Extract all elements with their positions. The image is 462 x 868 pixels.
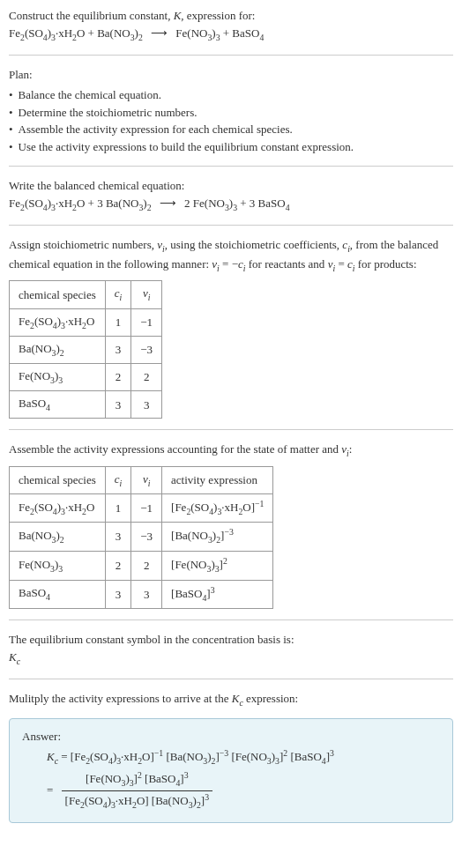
bullet-icon: • <box>9 138 13 156</box>
table-row: BaSO4 3 3 [BaSO4]3 <box>10 580 273 609</box>
cell-ci: 2 <box>105 552 131 581</box>
balanced-equation: Fe2(SO4)3·xH2O + 3 Ba(NO3)2 ⟶ 2 Fe(NO3)3… <box>9 195 453 214</box>
table-row: Fe2(SO4)3·xH2O 1 −1 <box>10 308 162 336</box>
multiply-section: Mulitply the activity expressions to arr… <box>9 690 453 709</box>
plan-section: Plan: •Balance the chemical equation. •D… <box>9 66 453 156</box>
cell-vi: 2 <box>131 364 162 391</box>
cell-vi: −1 <box>131 308 162 336</box>
col-ci: ci <box>105 466 131 493</box>
plan-item: •Use the activity expressions to build t… <box>9 138 453 156</box>
table-header-row: chemical species ci νi activity expressi… <box>10 466 273 493</box>
col-vi: νi <box>131 466 162 493</box>
bullet-icon: • <box>9 121 13 138</box>
col-ci: ci <box>105 281 131 308</box>
intro-section: Construct the equilibrium constant, K, e… <box>9 7 453 44</box>
cell-activity: [Fe(NO3)3]2 <box>162 552 273 581</box>
cell-ci: 3 <box>105 580 131 609</box>
table-header-row: chemical species ci νi <box>10 281 162 308</box>
cell-activity: [Ba(NO3)2]−3 <box>162 523 273 552</box>
table-row: BaSO4 3 3 <box>10 391 162 419</box>
activity-text: Assemble the activity expressions accoun… <box>9 441 453 460</box>
plan-item: •Determine the stoichiometric numbers. <box>9 104 453 122</box>
stoich-table: chemical species ci νi Fe2(SO4)3·xH2O 1 … <box>9 280 162 419</box>
cell-species: Ba(NO3)2 <box>10 523 106 552</box>
cell-species: Ba(NO3)2 <box>10 336 106 363</box>
activity-section: Assemble the activity expressions accoun… <box>9 441 453 609</box>
divider <box>9 679 453 679</box>
divider <box>9 166 453 167</box>
table-row: Fe2(SO4)3·xH2O 1 −1 [Fe2(SO4)3·xH2O]−1 <box>10 493 273 523</box>
stoich-text: Assign stoichiometric numbers, νi, using… <box>9 236 453 275</box>
stoich-section: Assign stoichiometric numbers, νi, using… <box>9 236 453 419</box>
plan-item: •Balance the chemical equation. <box>9 86 453 104</box>
fraction-denominator: [Fe2(SO4)3·xH2O] [Ba(NO3)2]3 <box>62 791 212 812</box>
cell-species: BaSO4 <box>10 391 106 419</box>
cell-species: Fe(NO3)3 <box>10 552 106 581</box>
balanced-section: Write the balanced chemical equation: Fe… <box>9 177 453 214</box>
cell-vi: −3 <box>131 336 162 363</box>
cell-ci: 1 <box>105 308 131 336</box>
fraction-numerator: [Fe(NO3)3]2 [BaSO4]3 <box>62 769 212 791</box>
cell-vi: −1 <box>131 493 162 523</box>
cell-ci: 1 <box>105 493 131 523</box>
cell-activity: [BaSO4]3 <box>162 580 273 609</box>
cell-vi: 3 <box>131 580 162 609</box>
intro-equation: Fe2(SO4)3·xH2O + Ba(NO3)2 ⟶ Fe(NO3)3 + B… <box>9 25 453 44</box>
col-activity: activity expression <box>162 466 273 493</box>
arrow-icon: ⟶ <box>160 197 176 210</box>
symbol-section: The equilibrium constant symbol in the c… <box>9 631 453 668</box>
col-vi: νi <box>131 281 162 308</box>
cell-activity: [Fe2(SO4)3·xH2O]−1 <box>162 493 273 523</box>
answer-content: Kc = [Fe2(SO4)3·xH2O]−1 [Ba(NO3)2]−3 [Fe… <box>47 747 440 812</box>
cell-species: BaSO4 <box>10 580 106 609</box>
fraction: [Fe(NO3)3]2 [BaSO4]3 [Fe2(SO4)3·xH2O] [B… <box>62 769 212 812</box>
cell-ci: 2 <box>105 364 131 391</box>
divider <box>9 429 453 430</box>
cell-vi: −3 <box>131 523 162 552</box>
plan-list: •Balance the chemical equation. •Determi… <box>9 86 453 155</box>
cell-ci: 3 <box>105 523 131 552</box>
activity-table: chemical species ci νi activity expressi… <box>9 466 273 609</box>
cell-vi: 2 <box>131 552 162 581</box>
table-row: Ba(NO3)2 3 −3 <box>10 336 162 363</box>
cell-vi: 3 <box>131 391 162 419</box>
balanced-title: Write the balanced chemical equation: <box>9 177 453 195</box>
cell-ci: 3 <box>105 336 131 363</box>
cell-species: Fe2(SO4)3·xH2O <box>10 493 106 523</box>
cell-ci: 3 <box>105 391 131 419</box>
bullet-icon: • <box>9 86 13 104</box>
divider <box>9 225 453 226</box>
arrow-icon: ⟶ <box>151 26 168 40</box>
symbol-value: Kc <box>9 649 453 668</box>
table-row: Fe(NO3)3 2 2 <box>10 364 162 391</box>
multiply-text: Mulitply the activity expressions to arr… <box>9 690 453 709</box>
divider <box>9 55 453 56</box>
answer-line1: Kc = [Fe2(SO4)3·xH2O]−1 [Ba(NO3)2]−3 [Fe… <box>47 747 440 768</box>
bullet-icon: • <box>9 104 13 122</box>
plan-title: Plan: <box>9 66 453 84</box>
cell-species: Fe2(SO4)3·xH2O <box>10 308 106 336</box>
answer-line2: = [Fe(NO3)3]2 [BaSO4]3 [Fe2(SO4)3·xH2O] … <box>47 769 440 812</box>
table-row: Fe(NO3)3 2 2 [Fe(NO3)3]2 <box>10 552 273 581</box>
col-species: chemical species <box>10 281 106 308</box>
plan-item: •Assemble the activity expression for ea… <box>9 121 453 138</box>
col-species: chemical species <box>10 466 106 493</box>
cell-species: Fe(NO3)3 <box>10 364 106 391</box>
answer-label: Answer: <box>22 728 440 746</box>
divider <box>9 619 453 620</box>
table-row: Ba(NO3)2 3 −3 [Ba(NO3)2]−3 <box>10 523 273 552</box>
symbol-text: The equilibrium constant symbol in the c… <box>9 631 453 649</box>
answer-box: Answer: Kc = [Fe2(SO4)3·xH2O]−1 [Ba(NO3)… <box>9 718 453 823</box>
intro-line1: Construct the equilibrium constant, K, e… <box>9 7 453 25</box>
